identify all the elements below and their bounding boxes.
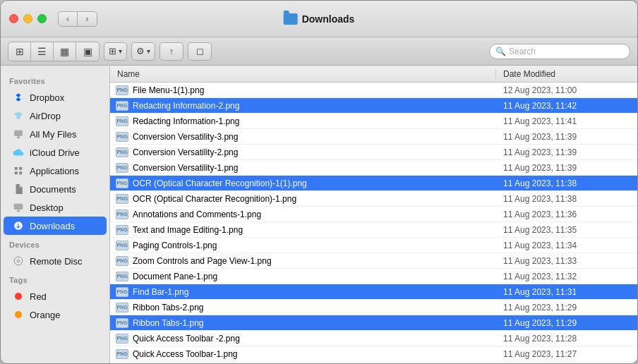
table-row[interactable]: PNGConversion Versatility-3.png11 Aug 20…: [110, 129, 637, 145]
view-toggle-group: ⊞ ☰ ▦ ▣: [8, 42, 100, 61]
window-title: Downloads: [302, 13, 355, 25]
file-icon: PNG: [116, 334, 128, 344]
sidebar-item-downloads[interactable]: Downloads: [4, 217, 107, 235]
table-row[interactable]: PNGRedacting Information-1.png11 Aug 202…: [110, 114, 637, 129]
file-name: Quick Access Toolbar-1.png: [133, 349, 238, 359]
table-row[interactable]: PNGFind Bar-1.png11 Aug 2023, 11:31: [110, 284, 637, 300]
svg-rect-4: [15, 171, 18, 174]
file-date: 11 Aug 2023, 11:27: [496, 349, 637, 359]
file-name: OCR (Optical Character Recognition)-1(1)…: [133, 178, 307, 188]
group-by-button[interactable]: ⊞ ▾: [104, 42, 127, 61]
file-list-container: Name Date Modified PNGFile Menu-1(1).png…: [110, 66, 637, 363]
file-date: 11 Aug 2023, 11:29: [496, 318, 637, 328]
table-row[interactable]: PNGRedacting Information-2.png11 Aug 202…: [110, 98, 637, 114]
columns-icon: ▦: [60, 46, 69, 57]
file-date: 11 Aug 2023, 11:31: [496, 287, 637, 297]
file-name-cell: PNGZoom Controls and Page View-1.png: [110, 256, 496, 266]
tags-section-label: Tags: [1, 270, 109, 287]
table-row[interactable]: PNGQuick Access Toolbar -2.png11 Aug 202…: [110, 331, 637, 346]
file-name: Ribbon Tabs-1.png: [133, 318, 204, 328]
forward-button[interactable]: ›: [78, 11, 97, 27]
file-name-cell: PNGFile Menu-1(1).png: [110, 85, 496, 95]
coverflow-icon: ▣: [83, 46, 92, 57]
table-row[interactable]: PNGRibbon Tabs-2.png11 Aug 2023, 11:29: [110, 300, 637, 315]
list-view-button[interactable]: ☰: [31, 42, 54, 61]
traffic-lights: [9, 14, 47, 23]
file-name-cell: PNGFind Bar-1.png: [110, 287, 496, 297]
sidebar-item-applications[interactable]: Applications: [4, 162, 107, 180]
close-button[interactable]: [9, 14, 18, 23]
sidebar-item-remote-disc[interactable]: Remote Disc: [4, 252, 107, 270]
table-row[interactable]: PNGText and Image Editing-1.png11 Aug 20…: [110, 222, 637, 238]
file-name: Conversion Versatility-1.png: [133, 163, 238, 173]
sidebar-item-documents[interactable]: Documents: [4, 180, 107, 198]
file-date: 11 Aug 2023, 11:39: [496, 147, 637, 157]
back-button[interactable]: ‹: [58, 11, 78, 27]
icon-view-button[interactable]: ⊞: [8, 42, 31, 61]
table-row[interactable]: PNGZoom Controls and Page View-1.png11 A…: [110, 253, 637, 269]
search-icon: 🔍: [495, 47, 506, 56]
file-name: Redacting Information-2.png: [133, 101, 239, 111]
share-button[interactable]: ↑: [160, 42, 183, 61]
sidebar-item-tag-red[interactable]: Red: [4, 287, 107, 305]
file-name: Document Pane-1.png: [133, 272, 217, 281]
icloud-icon: [12, 146, 25, 159]
sidebar-item-tag-orange[interactable]: Orange: [4, 305, 107, 324]
table-row[interactable]: PNGFile Menu-1(1).png12 Aug 2023, 11:00: [110, 83, 637, 98]
table-row[interactable]: PNGRibbon Tabs-1.png11 Aug 2023, 11:29: [110, 315, 637, 331]
file-name-cell: PNGConversion Versatility-3.png: [110, 132, 496, 142]
file-date: 11 Aug 2023, 11:28: [496, 334, 637, 344]
file-date: 12 Aug 2023, 11:00: [496, 85, 637, 95]
file-icon: PNG: [116, 241, 128, 250]
file-name: Conversion Versatility-3.png: [133, 132, 238, 142]
share-icon: ↑: [169, 46, 174, 56]
file-icon: PNG: [116, 178, 128, 188]
file-name-cell: PNGAnnotations and Comments-1.png: [110, 210, 496, 219]
file-date: 11 Aug 2023, 11:38: [496, 194, 637, 204]
main-content: Favorites Dropbox AirDrop All My Files: [1, 66, 637, 363]
fullscreen-button[interactable]: [37, 14, 47, 23]
sidebar-item-icloud-drive[interactable]: iCloud Drive: [4, 143, 107, 162]
toolbar: ⊞ ☰ ▦ ▣ ⊞ ▾ ⚙ ▾ ↑ ◻ 🔍 Search: [1, 37, 637, 66]
table-row[interactable]: PNGQuick Access Toolbar-1.png11 Aug 2023…: [110, 346, 637, 362]
sidebar-item-label: Dropbox: [30, 92, 64, 103]
gear-dropdown-arrow-icon: ▾: [147, 47, 150, 55]
cover-flow-button[interactable]: ▣: [76, 42, 99, 61]
sidebar-item-label: Applications: [30, 166, 79, 176]
file-icon: PNG: [116, 349, 128, 359]
file-date: 11 Aug 2023, 11:41: [496, 116, 637, 126]
file-date: 11 Aug 2023, 11:32: [496, 272, 637, 281]
sidebar-item-all-my-files[interactable]: All My Files: [4, 125, 107, 143]
airdrop-icon: [12, 109, 25, 122]
tag-button[interactable]: ◻: [188, 42, 212, 61]
search-bar[interactable]: 🔍 Search: [489, 44, 630, 59]
svg-rect-5: [19, 171, 22, 174]
file-date: 11 Aug 2023, 11:29: [496, 303, 637, 313]
table-row[interactable]: PNGAnnotations and Comments-1.png11 Aug …: [110, 207, 637, 222]
file-icon: PNG: [116, 163, 128, 173]
sidebar-item-dropbox[interactable]: Dropbox: [4, 88, 107, 107]
applications-icon: [12, 164, 25, 177]
svg-point-8: [14, 257, 23, 265]
table-row[interactable]: PNGOCR (Optical Character Recognition)-1…: [110, 191, 637, 207]
minimize-button[interactable]: [23, 14, 32, 23]
svg-point-9: [17, 260, 20, 262]
table-row[interactable]: PNGConversion Versatility-2.png11 Aug 20…: [110, 145, 637, 160]
file-icon: PNG: [116, 116, 128, 126]
file-date: 11 Aug 2023, 11:36: [496, 210, 637, 219]
file-icon: PNG: [116, 210, 128, 219]
finder-window: ‹ › Downloads ⊞ ☰ ▦ ▣ ⊞: [0, 0, 638, 364]
column-view-button[interactable]: ▦: [54, 42, 76, 61]
chevron-left-icon: ‹: [66, 14, 69, 24]
table-row[interactable]: PNGFile Menu-1.png11 Aug 2023, 11:27: [110, 362, 637, 363]
table-row[interactable]: PNGOCR (Optical Character Recognition)-1…: [110, 176, 637, 191]
table-row[interactable]: PNGPaging Controls-1.png11 Aug 2023, 11:…: [110, 238, 637, 253]
file-name-cell: PNGDocument Pane-1.png: [110, 272, 496, 281]
sidebar-item-desktop[interactable]: Desktop: [4, 198, 107, 217]
action-button[interactable]: ⚙ ▾: [131, 42, 155, 61]
file-name: Redacting Information-1.png: [133, 116, 239, 126]
file-date: 11 Aug 2023, 11:39: [496, 163, 637, 173]
table-row[interactable]: PNGDocument Pane-1.png11 Aug 2023, 11:32: [110, 269, 637, 284]
table-row[interactable]: PNGConversion Versatility-1.png11 Aug 20…: [110, 160, 637, 176]
sidebar-item-airdrop[interactable]: AirDrop: [4, 107, 107, 125]
